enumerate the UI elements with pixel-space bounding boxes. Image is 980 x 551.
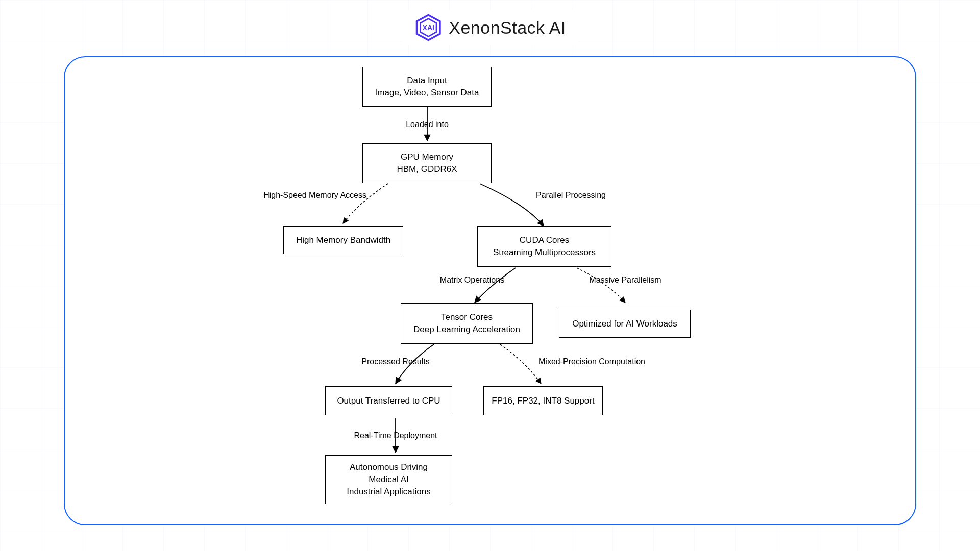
edge-label-parallel-processing: Parallel Processing: [536, 191, 606, 200]
node-line: GPU Memory: [401, 151, 453, 163]
node-line: Tensor Cores: [441, 311, 493, 323]
edge-label-realtime-deploy: Real-Time Deployment: [354, 431, 437, 440]
edge-label-mixed-precision: Mixed-Precision Computation: [538, 357, 645, 366]
node-high-memory-bandwidth: High Memory Bandwidth: [283, 226, 403, 254]
node-fp-support: FP16, FP32, INT8 Support: [483, 386, 603, 415]
edge-label-loaded-into: Loaded into: [406, 120, 449, 129]
node-line: High Memory Bandwidth: [296, 234, 390, 246]
edge-label-matrix-ops: Matrix Operations: [440, 276, 504, 285]
node-applications: Autonomous Driving Medical AI Industrial…: [325, 455, 452, 504]
node-output-cpu: Output Transferred to CPU: [325, 386, 452, 415]
node-line: Autonomous Driving: [350, 461, 428, 473]
svg-text:XAI: XAI: [423, 23, 434, 32]
node-line: Output Transferred to CPU: [337, 395, 440, 407]
brand-name: XenonStack AI: [449, 18, 566, 38]
node-line: Medical AI: [369, 473, 408, 486]
edge-label-processed-results: Processed Results: [361, 357, 429, 366]
node-ai-workloads: Optimized for AI Workloads: [559, 310, 691, 338]
node-line: Image, Video, Sensor Data: [375, 87, 479, 99]
brand-hex-icon: XAI: [414, 13, 443, 42]
node-line: CUDA Cores: [520, 234, 569, 246]
diagram: Data Input Image, Video, Sensor Data GPU…: [0, 0, 980, 551]
node-cuda-cores: CUDA Cores Streaming Multiprocessors: [477, 226, 611, 267]
node-tensor-cores: Tensor Cores Deep Learning Acceleration: [401, 303, 533, 344]
node-data-input: Data Input Image, Video, Sensor Data: [362, 67, 492, 107]
edge-label-high-speed-memory: High-Speed Memory Access: [263, 191, 366, 200]
node-line: Industrial Applications: [347, 486, 430, 498]
edge-label-massive-parallelism: Massive Parallelism: [589, 276, 661, 285]
node-line: Deep Learning Acceleration: [413, 323, 520, 336]
node-line: FP16, FP32, INT8 Support: [492, 395, 594, 407]
brand-logo: XAI XenonStack AI: [402, 10, 578, 45]
node-line: Optimized for AI Workloads: [572, 318, 677, 330]
node-line: Streaming Multiprocessors: [493, 246, 596, 259]
node-line: HBM, GDDR6X: [397, 163, 457, 176]
node-line: Data Input: [407, 74, 447, 87]
node-gpu-memory: GPU Memory HBM, GDDR6X: [362, 143, 492, 183]
